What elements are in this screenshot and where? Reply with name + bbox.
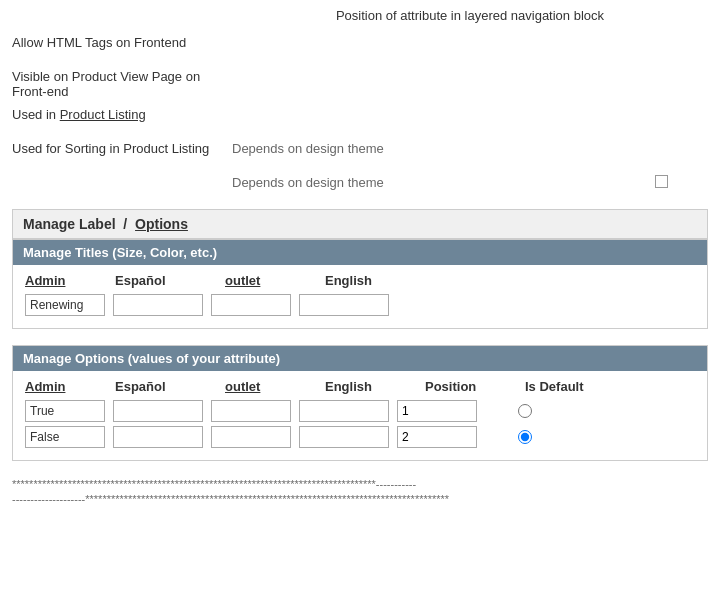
- options-row0-english[interactable]: [299, 400, 389, 422]
- manage-options-title: Manage Options (values of your attribute…: [23, 351, 280, 366]
- sorting-label: Used for Sorting in Product Listing: [12, 139, 232, 156]
- position-header: Position of attribute in layered navigat…: [232, 8, 708, 23]
- product-listing-link[interactable]: Product Listing: [60, 107, 146, 122]
- manage-titles-title: Manage Titles (Size, Color, etc.): [23, 245, 217, 260]
- manage-options-container: Manage Options (values of your attribute…: [12, 345, 708, 461]
- options-row1-isdefault: [485, 430, 565, 444]
- manage-titles-table: Admin Español outlet English Renewing: [13, 265, 707, 328]
- titles-row0-admin: Renewing: [25, 294, 105, 316]
- options-row1-outlet[interactable]: [211, 426, 291, 448]
- manage-options-text: Options: [135, 216, 188, 232]
- used-in-listing-value: [232, 105, 708, 107]
- titles-col-admin: Admin: [25, 273, 115, 288]
- used-in-listing-label: Used in Product Listing: [12, 105, 232, 122]
- manage-options-header: Manage Options (values of your attribute…: [13, 346, 707, 371]
- property-row-allow-html: Allow HTML Tags on Frontend: [12, 33, 708, 61]
- options-row-1: False: [23, 426, 697, 448]
- options-row0-outlet[interactable]: [211, 400, 291, 422]
- extra-value: Depends on design theme: [232, 173, 655, 190]
- property-row-sorting: Used for Sorting in Product Listing Depe…: [12, 139, 708, 167]
- options-row0-isdefault: [485, 404, 565, 418]
- options-col-admin: Admin: [25, 379, 115, 394]
- manage-label-title: Manage Label / Options: [23, 216, 188, 232]
- titles-col-outlet: outlet: [225, 273, 325, 288]
- options-row0-admin: True: [25, 400, 105, 422]
- options-row0-radio[interactable]: [518, 404, 532, 418]
- manage-titles-col-headers: Admin Español outlet English: [23, 273, 697, 288]
- property-row-used-in-listing: Used in Product Listing: [12, 105, 708, 133]
- titles-row0-english[interactable]: [299, 294, 389, 316]
- options-row1-english[interactable]: [299, 426, 389, 448]
- sorting-value: Depends on design theme: [232, 139, 708, 156]
- options-row0-espanol[interactable]: [113, 400, 203, 422]
- titles-row-0: Renewing: [23, 294, 697, 316]
- allow-html-value: [232, 33, 708, 35]
- extra-checkbox[interactable]: [655, 175, 668, 188]
- options-row-0: True: [23, 400, 697, 422]
- options-row1-radio[interactable]: [518, 430, 532, 444]
- titles-row0-outlet[interactable]: [211, 294, 291, 316]
- property-row-visible-product: Visible on Product View Page on Front-en…: [12, 67, 708, 99]
- visible-product-value: [232, 67, 708, 69]
- options-col-espanol: Español: [115, 379, 225, 394]
- property-row-extra: Depends on design theme: [12, 173, 708, 201]
- options-row1-espanol[interactable]: [113, 426, 203, 448]
- titles-col-espanol: Español: [115, 273, 225, 288]
- manage-options-col-headers: Admin Español outlet English Position Is…: [23, 379, 697, 394]
- options-row1-position[interactable]: [397, 426, 477, 448]
- options-col-english: English: [325, 379, 425, 394]
- manage-label-text: Manage Label: [23, 216, 116, 232]
- allow-html-label: Allow HTML Tags on Frontend: [12, 33, 232, 50]
- footer-line2: --------------------********************…: [12, 492, 708, 507]
- options-col-outlet: outlet: [225, 379, 325, 394]
- extra-label: [12, 173, 232, 175]
- footer-line1: ****************************************…: [12, 477, 708, 492]
- manage-options-table: Admin Español outlet English Position Is…: [13, 371, 707, 460]
- manage-titles-header: Manage Titles (Size, Color, etc.): [13, 240, 707, 265]
- options-col-position: Position: [425, 379, 525, 394]
- visible-product-label: Visible on Product View Page on Front-en…: [12, 67, 232, 99]
- options-row1-admin: False: [25, 426, 105, 448]
- manage-label-section: Manage Label / Options: [12, 209, 708, 239]
- options-row0-position[interactable]: [397, 400, 477, 422]
- options-col-isdefault: Is Default: [525, 379, 625, 394]
- titles-row0-espanol[interactable]: [113, 294, 203, 316]
- footer-stars: ****************************************…: [12, 477, 708, 508]
- titles-col-english: English: [325, 273, 425, 288]
- position-label: Position of attribute in layered navigat…: [336, 8, 604, 23]
- manage-titles-container: Manage Titles (Size, Color, etc.) Admin …: [12, 239, 708, 329]
